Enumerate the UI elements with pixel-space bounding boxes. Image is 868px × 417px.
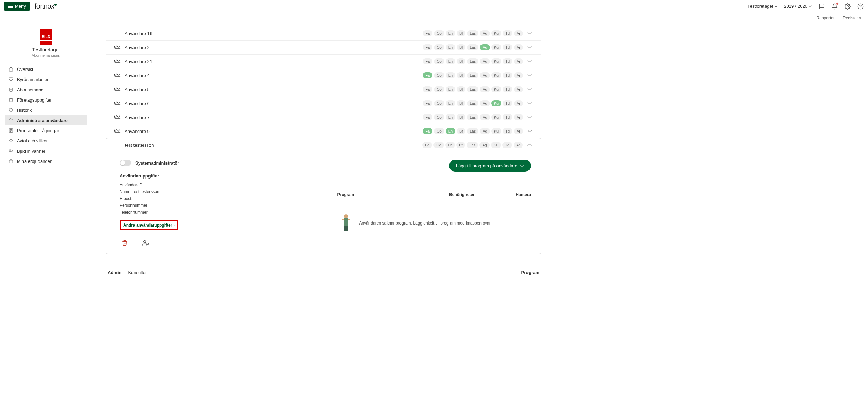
expand-button[interactable] bbox=[523, 74, 537, 77]
user-row-expanded-header[interactable]: test testersson FaOoLnBfLäsAgKuTdAr bbox=[106, 138, 541, 152]
sidebar-item-byråsamarbeten[interactable]: Byråsamarbeten bbox=[5, 74, 87, 84]
pill-fa[interactable]: Fa bbox=[423, 58, 432, 64]
pill-oo[interactable]: Oo bbox=[434, 86, 444, 92]
bell-icon[interactable] bbox=[831, 3, 838, 10]
period-dropdown[interactable]: 2019 / 2020 bbox=[784, 4, 812, 9]
pill-ar[interactable]: Ar bbox=[514, 128, 523, 134]
expand-button[interactable] bbox=[523, 32, 537, 35]
sidebar-item-mina-erbjudanden[interactable]: Mina erbjudanden bbox=[5, 156, 87, 166]
sidebar-item-abonnemang[interactable]: Abonnemang bbox=[5, 84, 87, 95]
pill-ln[interactable]: Ln bbox=[446, 114, 455, 120]
pill-fa[interactable]: Fa bbox=[423, 128, 432, 134]
pill-ar[interactable]: Ar bbox=[514, 142, 523, 148]
pill-ku[interactable]: Ku bbox=[491, 100, 501, 106]
pill-ag[interactable]: Ag bbox=[480, 44, 490, 50]
collapse-button[interactable] bbox=[523, 144, 536, 146]
pill-ln[interactable]: Ln bbox=[446, 30, 455, 36]
pill-td[interactable]: Td bbox=[503, 72, 512, 78]
pill-läs[interactable]: Läs bbox=[467, 58, 478, 64]
pill-ag[interactable]: Ag bbox=[480, 128, 490, 134]
add-program-button[interactable]: Lägg till program på användare bbox=[449, 160, 531, 172]
user-row[interactable]: Användare 2FaOoLnBfLäsAgKuTdAr bbox=[106, 40, 541, 54]
pill-td[interactable]: Td bbox=[503, 58, 512, 64]
pill-oo[interactable]: Oo bbox=[434, 114, 444, 120]
sidebar-item-historik[interactable]: Historik bbox=[5, 105, 87, 115]
pill-läs[interactable]: Läs bbox=[467, 142, 478, 148]
pill-läs[interactable]: Läs bbox=[467, 114, 478, 120]
register-dropdown[interactable]: Register ▾ bbox=[843, 16, 861, 20]
pill-td[interactable]: Td bbox=[503, 100, 512, 106]
pill-ln[interactable]: Ln bbox=[446, 86, 455, 92]
user-row[interactable]: Användare 5FaOoLnBfLäsAgKuTdAr bbox=[106, 82, 541, 96]
pill-bf[interactable]: Bf bbox=[457, 128, 465, 134]
pill-ln[interactable]: Ln bbox=[446, 100, 455, 106]
expand-button[interactable] bbox=[523, 116, 537, 119]
pill-fa[interactable]: Fa bbox=[423, 100, 432, 106]
sidebar-item-administrera-användare[interactable]: Administrera användare bbox=[5, 115, 87, 125]
pill-läs[interactable]: Läs bbox=[467, 72, 478, 78]
sidebar-item-företagsuppgifter[interactable]: Företagsuppgifter bbox=[5, 95, 87, 105]
pill-ag[interactable]: Ag bbox=[480, 30, 490, 36]
consultants-tab[interactable]: Konsulter bbox=[128, 270, 147, 275]
pill-ar[interactable]: Ar bbox=[514, 100, 523, 106]
pill-läs[interactable]: Läs bbox=[467, 128, 478, 134]
pill-oo[interactable]: Oo bbox=[434, 100, 444, 106]
pill-oo[interactable]: Oo bbox=[434, 128, 444, 134]
pill-ku[interactable]: Ku bbox=[491, 114, 501, 120]
pill-ku[interactable]: Ku bbox=[491, 58, 501, 64]
pill-fa[interactable]: Fa bbox=[423, 86, 432, 92]
pill-td[interactable]: Td bbox=[503, 44, 512, 50]
pill-fa[interactable]: Fa bbox=[423, 114, 432, 120]
pill-oo[interactable]: Oo bbox=[434, 30, 444, 36]
pill-ku[interactable]: Ku bbox=[491, 30, 501, 36]
pill-ln[interactable]: Ln bbox=[446, 72, 455, 78]
pill-bf[interactable]: Bf bbox=[457, 30, 465, 36]
pill-läs[interactable]: Läs bbox=[467, 100, 478, 106]
expand-button[interactable] bbox=[523, 130, 537, 133]
pill-ag[interactable]: Ag bbox=[480, 58, 490, 64]
delete-user-button[interactable] bbox=[122, 240, 128, 246]
pill-td[interactable]: Td bbox=[503, 114, 512, 120]
pill-bf[interactable]: Bf bbox=[457, 58, 465, 64]
pill-td[interactable]: Td bbox=[502, 142, 512, 148]
pill-ar[interactable]: Ar bbox=[514, 44, 523, 50]
pill-ag[interactable]: Ag bbox=[480, 86, 490, 92]
pill-fa[interactable]: Fa bbox=[423, 44, 432, 50]
pill-fa[interactable]: Fa bbox=[423, 72, 432, 78]
pill-bf[interactable]: Bf bbox=[457, 72, 465, 78]
sidebar-item-programförfrågningar[interactable]: Programförfrågningar bbox=[5, 125, 87, 136]
pill-bf[interactable]: Bf bbox=[457, 44, 465, 50]
pill-ag[interactable]: Ag bbox=[480, 72, 490, 78]
sidebar-item-bjud-in-vänner[interactable]: Bjud in vänner bbox=[5, 146, 87, 156]
gear-icon[interactable] bbox=[844, 3, 851, 10]
pill-bf[interactable]: Bf bbox=[457, 86, 465, 92]
pill-ku[interactable]: Ku bbox=[491, 128, 501, 134]
pill-td[interactable]: Td bbox=[503, 128, 512, 134]
sysadmin-toggle[interactable] bbox=[120, 160, 131, 166]
pill-ln[interactable]: Ln bbox=[446, 128, 455, 134]
pill-fa[interactable]: Fa bbox=[423, 30, 432, 36]
pill-ku[interactable]: Ku bbox=[491, 44, 501, 50]
user-row[interactable]: Användare 21FaOoLnBfLäsAgKuTdAr bbox=[106, 54, 541, 68]
expand-button[interactable] bbox=[523, 46, 537, 49]
pill-bf[interactable]: Bf bbox=[456, 142, 465, 148]
pill-ln[interactable]: Ln bbox=[446, 44, 455, 50]
pill-ag[interactable]: Ag bbox=[479, 142, 489, 148]
expand-button[interactable] bbox=[523, 88, 537, 91]
menu-button[interactable]: Meny bbox=[4, 2, 30, 11]
user-row[interactable]: Användare 16FaOoLnBfLäsAgKuTdAr bbox=[106, 27, 541, 40]
user-row[interactable]: Användare 6FaOoLnBfLäsAgKuTdAr bbox=[106, 96, 541, 110]
chat-icon[interactable] bbox=[818, 3, 825, 10]
help-icon[interactable] bbox=[857, 3, 864, 10]
pill-ar[interactable]: Ar bbox=[514, 114, 523, 120]
pill-oo[interactable]: Oo bbox=[434, 58, 444, 64]
pill-oo[interactable]: Oo bbox=[433, 142, 444, 148]
pill-ln[interactable]: Ln bbox=[445, 142, 455, 148]
pill-läs[interactable]: Läs bbox=[467, 44, 478, 50]
pill-ag[interactable]: Ag bbox=[480, 114, 490, 120]
expand-button[interactable] bbox=[523, 102, 537, 105]
pill-bf[interactable]: Bf bbox=[457, 100, 465, 106]
edit-user-link[interactable]: Ändra användaruppgifter › bbox=[123, 223, 175, 228]
pill-ku[interactable]: Ku bbox=[491, 86, 501, 92]
admin-tab[interactable]: Admin bbox=[108, 270, 121, 275]
